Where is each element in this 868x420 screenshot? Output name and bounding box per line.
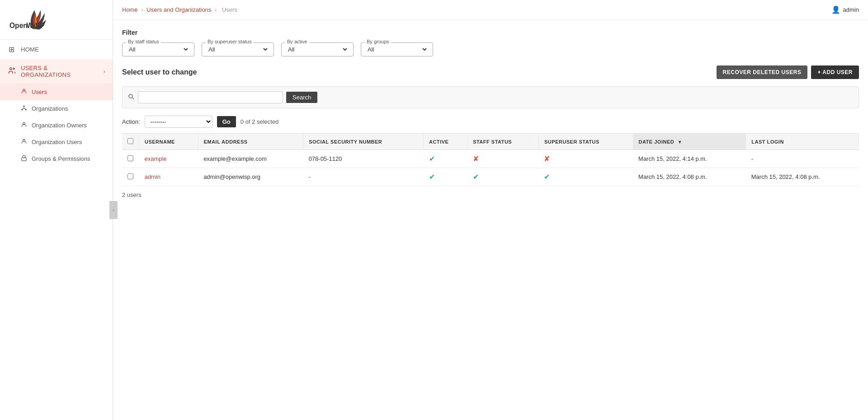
row-0-active: ✔ <box>424 150 467 168</box>
staff-false-icon: ✘ <box>473 155 479 163</box>
table-row: exampleexample@example.com078-05-1120✔✘✘… <box>122 150 859 168</box>
filter-superuser-status-label: By superuser status <box>206 39 253 44</box>
filter-groups-label: By groups <box>365 39 391 44</box>
col-date-joined[interactable]: DATE JOINED ▼ <box>633 134 746 150</box>
row-1-active: ✔ <box>424 168 467 186</box>
svg-point-14 <box>129 94 132 98</box>
filter-groups: By groups All <box>361 42 433 56</box>
row-0-staff-status: ✘ <box>467 150 539 168</box>
svg-text:WiSP: WiSP <box>27 22 45 29</box>
sidebar-sub-item-organizations[interactable]: Organizations <box>0 100 113 117</box>
action-select[interactable]: -------- <box>145 116 212 128</box>
svg-line-10 <box>24 108 26 109</box>
search-icon <box>128 93 134 101</box>
row-0-date-joined: March 15, 2022, 4:14 p.m. <box>633 150 746 168</box>
filter-staff-status: By staff status All Yes No <box>122 42 194 56</box>
row-1-checkbox[interactable] <box>127 173 133 179</box>
search-input[interactable] <box>138 91 283 103</box>
sidebar-sub-item-users-label: Users <box>32 89 47 95</box>
page-title: Select user to change <box>122 68 197 76</box>
col-superuser[interactable]: SUPERUSER STATUS <box>538 134 633 150</box>
filter-groups-select[interactable]: All <box>366 46 428 53</box>
users-table: USERNAME EMAIL ADDRESS SOCIAL SECURITY N… <box>122 133 859 186</box>
sidebar-sub-item-users[interactable]: Users <box>0 84 113 100</box>
content-area: Filter By staff status All Yes No By sup… <box>113 20 868 207</box>
filter-superuser-status-select[interactable]: All Yes No <box>207 46 269 53</box>
table-header-row: USERNAME EMAIL ADDRESS SOCIAL SECURITY N… <box>122 134 859 150</box>
main-content: Home › Users and Organizations › Users 👤… <box>113 0 868 420</box>
filter-title: Filter <box>122 29 859 36</box>
col-email[interactable]: EMAIL ADDRESS <box>198 134 303 150</box>
logo: Open WiSP <box>0 0 113 40</box>
header-actions: RECOVER DELETED USERS + ADD USER <box>717 65 859 79</box>
staff-true-icon: ✔ <box>473 173 479 181</box>
action-bar: Action: -------- Go 0 of 2 selected <box>122 116 859 128</box>
active-true-icon: ✔ <box>429 173 435 181</box>
col-ssn[interactable]: SOCIAL SECURITY NUMBER <box>303 134 424 150</box>
breadcrumb-current: Users <box>222 6 237 13</box>
add-user-button[interactable]: + ADD USER <box>811 65 859 79</box>
col-username[interactable]: USERNAME <box>139 134 198 150</box>
filter-active-label: By active <box>285 39 309 44</box>
svg-line-15 <box>132 98 134 99</box>
page-header: Select user to change RECOVER DELETED US… <box>122 65 859 79</box>
row-1-username[interactable]: admin <box>139 168 198 186</box>
row-0-username[interactable]: example <box>139 150 198 168</box>
superuser-true-icon: ✔ <box>544 173 550 181</box>
table-row: adminadmin@openwisp.org-✔✔✔March 15, 202… <box>122 168 859 186</box>
row-0-superuser-status: ✘ <box>538 150 633 168</box>
svg-text:Open: Open <box>9 22 28 29</box>
filter-section: Filter By staff status All Yes No By sup… <box>122 29 859 56</box>
breadcrumb-home[interactable]: Home <box>122 6 138 13</box>
col-last-login[interactable]: LAST LOGIN <box>746 134 859 150</box>
users-orgs-icon <box>7 66 16 76</box>
row-1-ssn: - <box>303 168 424 186</box>
user-info[interactable]: 👤 admin <box>831 5 859 14</box>
superuser-false-icon: ✘ <box>544 155 550 163</box>
active-true-icon: ✔ <box>429 155 435 163</box>
filter-active: By active All Yes No <box>281 42 354 56</box>
row-1-date-joined: March 15, 2022, 4:08 p.m. <box>633 168 746 186</box>
row-0-checkbox[interactable] <box>127 155 133 161</box>
svg-point-6 <box>22 109 23 110</box>
row-0-email: example@example.com <box>198 150 303 168</box>
row-checkbox-cell <box>122 150 139 168</box>
row-1-last-login: March 15, 2022, 4:08 p.m. <box>746 168 859 186</box>
recover-deleted-users-button[interactable]: RECOVER DELETED USERS <box>717 65 808 79</box>
breadcrumb-users-orgs[interactable]: Users and Organizations <box>146 6 211 13</box>
row-1-email: admin@openwisp.org <box>198 168 303 186</box>
user-display-name: admin <box>843 6 859 13</box>
action-label: Action: <box>122 118 140 125</box>
svg-point-2 <box>9 68 12 70</box>
filter-active-select[interactable]: All Yes No <box>286 46 349 53</box>
filter-staff-status-select[interactable]: All Yes No <box>127 46 189 53</box>
sidebar-item-users-orgs-label: USERS & ORGANIZATIONS <box>21 65 99 78</box>
sidebar-sub-item-org-users-label: Organization Users <box>32 139 82 145</box>
select-all-checkbox[interactable] <box>127 138 133 144</box>
row-checkbox-cell <box>122 168 139 186</box>
row-0-last-login: - <box>746 150 859 168</box>
sidebar-sub-item-groups-permissions[interactable]: Groups & Permissions <box>0 150 113 167</box>
col-staff[interactable]: STAFF STATUS <box>467 134 539 150</box>
sidebar: Open WiSP ⊞ HOME USERS & ORGANIZATIONS › <box>0 0 113 420</box>
home-icon: ⊞ <box>7 45 16 54</box>
sidebar-item-users-orgs[interactable]: USERS & ORGANIZATIONS › <box>0 59 113 84</box>
org-users-icon <box>21 138 27 146</box>
search-button[interactable]: Search <box>286 92 317 103</box>
breadcrumb: Home › Users and Organizations › Users <box>122 6 239 13</box>
col-active[interactable]: ACTIVE <box>424 134 467 150</box>
org-owners-icon <box>21 121 27 129</box>
row-1-superuser-status: ✔ <box>538 168 633 186</box>
row-0-ssn: 078-05-1120 <box>303 150 424 168</box>
sidebar-collapse-handle[interactable]: ‹ <box>109 201 118 219</box>
go-button[interactable]: Go <box>217 116 236 127</box>
filter-row: By staff status All Yes No By superuser … <box>122 42 859 56</box>
selected-count: 0 of 2 selected <box>241 118 279 125</box>
svg-line-9 <box>22 108 24 109</box>
sidebar-sub-item-org-owners[interactable]: Organization Owners <box>0 117 113 134</box>
sidebar-sub-item-groups-permissions-label: Groups & Permissions <box>32 155 90 162</box>
sidebar-sub-item-organizations-label: Organizations <box>32 105 68 112</box>
sort-arrow-date-joined: ▼ <box>678 140 682 145</box>
sidebar-item-home[interactable]: ⊞ HOME <box>0 40 113 59</box>
sidebar-sub-item-org-users[interactable]: Organization Users <box>0 134 113 150</box>
